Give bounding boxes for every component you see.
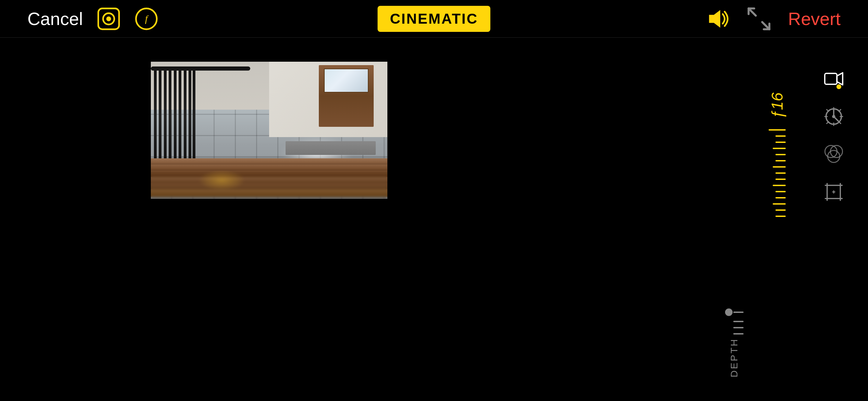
color-wheels-button[interactable] (820, 141, 847, 168)
slider-tick (775, 191, 786, 192)
aperture-mode-button[interactable]: f (134, 7, 158, 31)
top-bar-left: Cancel f (27, 7, 158, 31)
crop-button[interactable] (820, 178, 847, 206)
slider-tick (773, 148, 786, 149)
slider-tick (775, 135, 786, 137)
slider-tick (769, 129, 786, 131)
top-bar-center: CINEMATIC (377, 6, 490, 32)
svg-rect-12 (825, 73, 837, 84)
preview-image (151, 62, 387, 199)
aperture-mode-icon: f (134, 7, 158, 31)
expand-button[interactable] (747, 7, 771, 31)
svg-line-6 (749, 8, 756, 15)
slider-tick (775, 160, 786, 161)
aperture-slider[interactable] (769, 129, 786, 217)
aperture-area: ƒ16 (753, 75, 801, 401)
svg-line-9 (762, 22, 769, 29)
top-bar: Cancel f CINEMATIC (0, 0, 868, 38)
depth-tick (733, 321, 744, 322)
color-wheels-icon (824, 145, 843, 164)
depth-tick (733, 327, 744, 328)
svg-point-15 (832, 115, 835, 118)
slider-tick (775, 209, 786, 211)
slider-tick (773, 185, 786, 186)
depth-slider[interactable] (725, 308, 744, 335)
aperture-value: ƒ16 (768, 93, 786, 119)
record-mode-button[interactable] (97, 7, 121, 31)
slider-tick (775, 179, 786, 180)
active-indicator (836, 84, 841, 89)
speaker-icon (706, 7, 730, 31)
svg-line-22 (839, 109, 841, 111)
main-content: ƒ16 DEPT (0, 38, 868, 401)
video-preview[interactable] (151, 62, 387, 199)
slider-tick (775, 154, 786, 155)
cinematic-badge: CINEMATIC (377, 6, 490, 32)
revert-button[interactable]: Revert (788, 9, 841, 29)
depth-area: DEPTH (717, 305, 751, 401)
svg-point-2 (106, 16, 111, 21)
depth-tick (733, 312, 744, 313)
sound-button[interactable] (706, 7, 730, 31)
top-bar-right: Revert (706, 7, 841, 31)
slider-tick (775, 216, 786, 217)
right-sidebar (799, 38, 868, 401)
slider-tick (775, 172, 786, 174)
video-camera-button[interactable] (820, 65, 847, 93)
adjust-icon (824, 107, 843, 126)
slider-tick (775, 142, 786, 143)
slider-tick (775, 197, 786, 198)
record-mode-icon (97, 7, 121, 31)
svg-line-21 (839, 122, 841, 124)
svg-line-20 (827, 109, 829, 111)
scene (151, 62, 387, 199)
svg-marker-5 (709, 10, 720, 27)
slider-tick (773, 166, 786, 168)
crop-icon (824, 182, 843, 202)
expand-icon (747, 7, 771, 31)
cancel-button[interactable]: Cancel (27, 9, 83, 29)
svg-line-23 (827, 122, 829, 124)
depth-label: DEPTH (729, 338, 740, 377)
depth-slider-handle[interactable] (725, 308, 733, 316)
slider-tick (773, 203, 786, 205)
svg-text:f: f (145, 13, 149, 24)
depth-tick (733, 333, 744, 335)
adjust-button[interactable] (820, 103, 847, 130)
svg-marker-13 (837, 73, 843, 85)
